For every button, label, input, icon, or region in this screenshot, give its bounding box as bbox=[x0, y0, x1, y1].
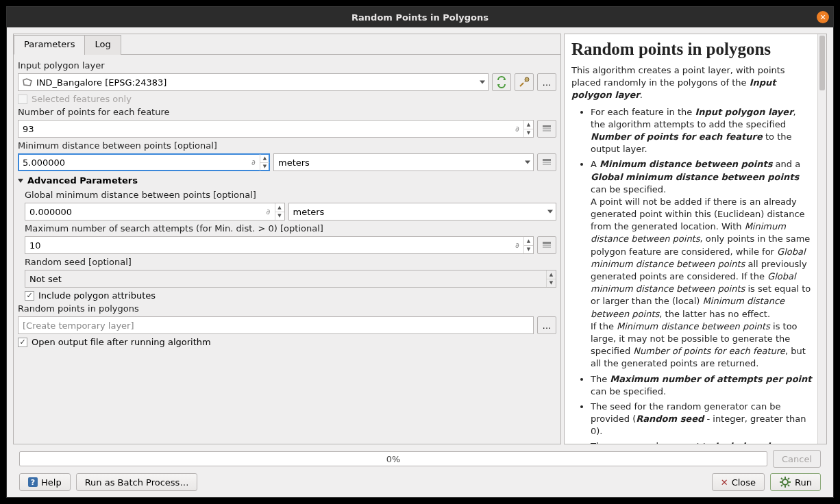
unit-value: meters bbox=[278, 158, 310, 168]
global-min-field[interactable]: ∂ ▲▼ bbox=[25, 203, 285, 220]
run-button[interactable]: Run bbox=[770, 473, 821, 491]
scrollbar-thumb[interactable] bbox=[819, 36, 825, 90]
list-item: The user can choose not to Include polyg… bbox=[591, 440, 813, 444]
spin-buttons[interactable]: ▲▼ bbox=[275, 203, 284, 220]
max-attempts-input[interactable] bbox=[25, 237, 511, 253]
max-attempts-field[interactable]: ∂ ▲▼ bbox=[25, 236, 534, 254]
data-defined-button[interactable] bbox=[537, 120, 556, 138]
advanced-header: Advanced Parameters bbox=[27, 175, 138, 186]
footer: 0% Cancel ? Help Run as Batch Process… ✕… bbox=[13, 444, 827, 497]
window-title: Random Points in Polygons bbox=[351, 12, 489, 23]
svg-rect-2 bbox=[543, 125, 551, 127]
data-defined-button[interactable] bbox=[537, 153, 556, 171]
global-min-input[interactable] bbox=[25, 203, 262, 220]
spin-buttons[interactable]: ▲▼ bbox=[523, 121, 533, 137]
open-after-label: Open output file after running algorithm bbox=[32, 337, 211, 347]
selected-only-checkbox bbox=[18, 94, 27, 104]
close-button[interactable]: ✕ Close bbox=[712, 473, 765, 491]
clear-icon[interactable]: ∂ bbox=[262, 203, 275, 220]
input-layer-label: Input polygon layer bbox=[18, 60, 556, 71]
num-points-field[interactable]: ∂ ▲▼ bbox=[18, 120, 534, 138]
help-pane: Random points in polygons This algorithm… bbox=[564, 34, 827, 444]
spin-buttons[interactable]: ▲▼ bbox=[260, 154, 269, 171]
content: Parameters Log Input polygon layer IND_B… bbox=[7, 27, 833, 497]
chevron-down-icon bbox=[525, 161, 530, 164]
tab-parameters-label: Parameters bbox=[24, 39, 75, 49]
progress-bar: 0% bbox=[19, 451, 767, 466]
output-placeholder: [Create temporary layer] bbox=[23, 320, 134, 331]
svg-rect-7 bbox=[543, 164, 551, 165]
svg-line-16 bbox=[781, 478, 782, 479]
advanced-section: Global minimum distance between points [… bbox=[25, 190, 556, 301]
scrollbar[interactable] bbox=[817, 34, 826, 444]
tab-log[interactable]: Log bbox=[84, 35, 121, 55]
output-label: Random points in polygons bbox=[18, 303, 556, 314]
list-item: For each feature in the Input polygon la… bbox=[591, 106, 813, 156]
spin-buttons[interactable]: ▲▼ bbox=[523, 237, 533, 253]
list-item: The seed for the random generator can be… bbox=[591, 401, 813, 438]
close-x-icon: ✕ bbox=[721, 477, 728, 488]
svg-rect-9 bbox=[543, 244, 551, 246]
svg-rect-6 bbox=[543, 162, 551, 163]
form-area: Input polygon layer IND_Bangalore [EPSG:… bbox=[14, 55, 560, 444]
num-points-input[interactable] bbox=[18, 121, 511, 137]
gear-icon bbox=[779, 476, 791, 488]
help-content: Random points in polygons This algorithm… bbox=[565, 34, 826, 444]
titlebar: Random Points in Polygons ✕ bbox=[7, 7, 833, 27]
browse-button[interactable]: … bbox=[537, 73, 556, 91]
seed-input[interactable] bbox=[25, 270, 546, 287]
svg-marker-0 bbox=[23, 79, 32, 86]
svg-rect-5 bbox=[543, 159, 551, 161]
seed-label: Random seed [optional] bbox=[25, 257, 556, 267]
include-attrs-checkbox[interactable] bbox=[25, 291, 34, 301]
close-icon[interactable]: ✕ bbox=[817, 11, 829, 23]
spin-buttons[interactable]: ▲▼ bbox=[546, 270, 556, 287]
min-dist-field[interactable]: ∂ ▲▼ bbox=[18, 153, 270, 171]
max-attempts-label: Maximum number of search attempts (for M… bbox=[25, 223, 556, 234]
advanced-options-button[interactable] bbox=[515, 73, 534, 91]
seed-field[interactable]: ▲▼ bbox=[25, 270, 556, 288]
progress-label: 0% bbox=[386, 454, 401, 464]
include-attrs-label: Include polygon attributes bbox=[38, 290, 156, 301]
list-item: A Minimum distance between points and a … bbox=[591, 158, 813, 370]
svg-line-19 bbox=[788, 478, 789, 479]
tab-log-label: Log bbox=[95, 39, 110, 49]
help-intro: This algorithm creates a point layer, wi… bbox=[571, 64, 813, 102]
output-field[interactable]: [Create temporary layer] bbox=[18, 316, 534, 334]
global-min-label: Global minimum distance between points [… bbox=[25, 190, 556, 200]
advanced-toggle[interactable]: Advanced Parameters bbox=[18, 175, 556, 186]
input-layer-combo[interactable]: IND_Bangalore [EPSG:24383] bbox=[18, 73, 489, 91]
iterate-button[interactable] bbox=[492, 73, 511, 91]
min-dist-unit-combo[interactable]: meters bbox=[273, 153, 534, 171]
help-button[interactable]: ? Help bbox=[19, 473, 71, 491]
help-list: For each feature in the Input polygon la… bbox=[571, 106, 813, 444]
svg-rect-8 bbox=[543, 242, 551, 244]
svg-rect-10 bbox=[543, 247, 551, 248]
polygon-layer-icon bbox=[23, 78, 32, 86]
dialog-window: Random Points in Polygons ✕ Parameters L… bbox=[6, 6, 834, 498]
svg-line-17 bbox=[788, 485, 789, 486]
chevron-down-icon bbox=[18, 179, 23, 183]
help-icon: ? bbox=[28, 477, 38, 487]
tab-parameters[interactable]: Parameters bbox=[14, 35, 85, 55]
num-points-label: Number of points for each feature bbox=[18, 107, 556, 117]
svg-rect-3 bbox=[543, 128, 551, 129]
help-title: Random points in polygons bbox=[571, 40, 813, 59]
min-dist-input[interactable] bbox=[18, 154, 247, 171]
clear-icon[interactable]: ∂ bbox=[511, 237, 523, 253]
chevron-down-icon bbox=[480, 81, 485, 84]
global-min-unit-combo[interactable]: meters bbox=[288, 203, 557, 220]
list-item: The Maximum number of attempts per point… bbox=[591, 373, 813, 398]
clear-icon[interactable]: ∂ bbox=[247, 154, 260, 171]
svg-rect-4 bbox=[543, 130, 551, 131]
clear-icon[interactable]: ∂ bbox=[511, 121, 523, 137]
open-after-checkbox[interactable] bbox=[18, 338, 27, 347]
chevron-down-icon bbox=[547, 210, 553, 214]
svg-point-11 bbox=[782, 479, 788, 485]
cancel-button: Cancel bbox=[773, 450, 821, 468]
min-dist-label: Minimum distance between points [optiona… bbox=[18, 140, 556, 151]
batch-button[interactable]: Run as Batch Process… bbox=[76, 473, 198, 491]
output-browse-button[interactable]: … bbox=[537, 316, 556, 334]
svg-point-1 bbox=[525, 77, 529, 81]
data-defined-button[interactable] bbox=[537, 236, 556, 254]
